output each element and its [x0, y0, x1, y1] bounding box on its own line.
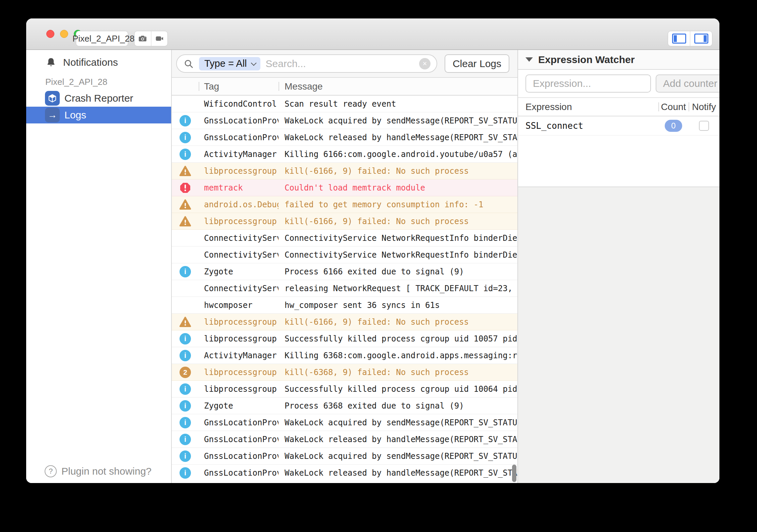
- search-box[interactable]: Type = All ×: [176, 54, 437, 73]
- log-message: Process 6368 exited due to signal (9): [279, 397, 517, 414]
- log-message: WakeLock acquired by sendMessage(REPORT_…: [279, 112, 517, 129]
- log-tag: GnssLocationProvider: [199, 431, 279, 447]
- log-rows: WificondControlScan result ready eventiG…: [172, 96, 517, 483]
- pane-toggle-group: [668, 31, 712, 46]
- filter-chip-type[interactable]: Type = All: [199, 57, 260, 70]
- log-row[interactable]: iGnssLocationProviderWakeLock released b…: [172, 431, 517, 448]
- notify-checkbox[interactable]: [699, 121, 709, 131]
- screen-record-button[interactable]: [151, 31, 168, 46]
- minimize-button[interactable]: [60, 30, 68, 38]
- log-tag: Zygote: [199, 263, 279, 280]
- log-row[interactable]: libprocessgroupkill(-6166, 9) failed: No…: [172, 163, 517, 179]
- count-badge: 0: [665, 120, 682, 132]
- log-row[interactable]: iZygoteProcess 6166 exited due to signal…: [172, 263, 517, 280]
- log-row[interactable]: libprocessgroupkill(-6166, 9) failed: No…: [172, 213, 517, 230]
- log-row[interactable]: ConnectivityServiceConnectivityService N…: [172, 247, 517, 263]
- log-message: Successfully killed process cgroup uid 1…: [279, 381, 517, 397]
- log-tag: libprocessgroup: [199, 314, 279, 330]
- log-row[interactable]: iGnssLocationProviderWakeLock released b…: [172, 129, 517, 146]
- info-icon: i: [172, 397, 199, 414]
- sidebar-item-logs[interactable]: → Logs: [26, 107, 171, 123]
- no-icon: [172, 96, 199, 112]
- toggle-left-sidebar-button[interactable]: [668, 31, 690, 46]
- log-message: WakeLock acquired by sendMessage(REPORT_…: [279, 414, 517, 431]
- toggle-right-sidebar-button[interactable]: [690, 31, 712, 46]
- log-row[interactable]: iGnssLocationProviderWakeLock released b…: [172, 465, 517, 481]
- close-button[interactable]: [46, 30, 54, 38]
- watcher-row[interactable]: SSL_connect 0: [518, 116, 719, 136]
- left-pane-toggle-icon: [672, 34, 686, 44]
- info-icon: i: [172, 448, 199, 464]
- camera-icon: [138, 34, 147, 43]
- log-row[interactable]: iGnssLocationProviderWakeLock acquired b…: [172, 112, 517, 129]
- log-row[interactable]: android.os.Debugfailed to get memory con…: [172, 196, 517, 213]
- vertical-scrollbar-thumb[interactable]: [512, 465, 516, 482]
- log-tag: GnssLocationProvider: [199, 112, 279, 129]
- log-message: Scan result ready event: [279, 96, 517, 112]
- watcher-empty-area: [518, 136, 719, 187]
- expression-input[interactable]: [525, 74, 651, 93]
- warning-icon: [172, 163, 199, 179]
- sidebar-item-crash-reporter[interactable]: Crash Reporter: [26, 90, 171, 107]
- log-row[interactable]: ConnectivityServicereleasing NetworkRequ…: [172, 280, 517, 297]
- device-name: Pixel_2_API_28: [72, 34, 135, 44]
- right-pane-toggle-icon: [694, 34, 708, 44]
- log-tag: ConnectivityService: [199, 280, 279, 297]
- log-message: failed to get memory consumption info: -…: [279, 196, 517, 213]
- watcher-input-row: Add counter: [518, 70, 719, 98]
- info-icon: i: [172, 465, 199, 481]
- info-icon: i: [172, 129, 199, 146]
- log-row[interactable]: ilibprocessgroupSuccessfully killed proc…: [172, 330, 517, 347]
- log-tag: ActivityManager: [199, 146, 279, 162]
- warning-icon: [172, 314, 199, 330]
- log-tag: hwcomposer: [199, 297, 279, 313]
- log-row[interactable]: ilibprocessgroupSuccessfully killed proc…: [172, 381, 517, 397]
- screenshot-button[interactable]: [135, 31, 151, 46]
- no-icon: [172, 297, 199, 313]
- collapse-triangle-icon: [525, 57, 533, 62]
- add-counter-button[interactable]: Add counter: [656, 74, 719, 93]
- device-selector-button[interactable]: Pixel_2_API_28: [76, 31, 128, 46]
- log-row[interactable]: libprocessgroupkill(-6166, 9) failed: No…: [172, 314, 517, 330]
- sidebar-item-notifications[interactable]: Notifications: [26, 54, 171, 71]
- repeat-count-badge: 2: [172, 364, 199, 380]
- plugin-help-link[interactable]: ? Plugin not showing?: [26, 460, 171, 483]
- info-icon: i: [172, 330, 199, 347]
- log-row[interactable]: memtrackCouldn't load memtrack module: [172, 179, 517, 196]
- no-icon: [172, 230, 199, 246]
- log-tag: Zygote: [199, 397, 279, 414]
- notify-column-header: Notify: [689, 98, 719, 116]
- log-row[interactable]: iGnssLocationProviderWakeLock acquired b…: [172, 414, 517, 431]
- log-message: WakeLock released by handleMessage(REPOR…: [279, 129, 517, 146]
- watcher-header[interactable]: Expression Watcher: [518, 50, 719, 70]
- log-message: WakeLock acquired by sendMessage(REPORT_…: [279, 448, 517, 464]
- filter-chip-label: Type = All: [204, 58, 247, 69]
- log-row[interactable]: ConnectivityServiceConnectivityService N…: [172, 230, 517, 247]
- log-row[interactable]: WificondControlScan result ready event: [172, 96, 517, 112]
- log-row[interactable]: 2libprocessgroupkill(-6368, 9) failed: N…: [172, 364, 517, 381]
- log-row[interactable]: hwcomposerhw_composer sent 36 syncs in 6…: [172, 297, 517, 314]
- info-icon: i: [172, 263, 199, 280]
- clear-search-icon[interactable]: ×: [419, 58, 431, 69]
- log-message: Killing 6166:com.google.android.youtube/…: [279, 146, 517, 162]
- tag-column-header: Tag: [199, 78, 279, 95]
- info-icon: i: [172, 112, 199, 129]
- log-row[interactable]: iGnssLocationProviderWakeLock acquired b…: [172, 448, 517, 465]
- log-row[interactable]: iActivityManagerKilling 6368:com.google.…: [172, 347, 517, 364]
- log-message: kill(-6368, 9) failed: No such process: [279, 364, 517, 380]
- log-message: ConnectivityService NetworkRequestInfo b…: [279, 230, 517, 246]
- log-tag: libprocessgroup: [199, 213, 279, 229]
- expression-column-header: Expression: [518, 102, 658, 112]
- clear-logs-button[interactable]: Clear Logs: [445, 54, 509, 73]
- device-section-label: Pixel_2_API_28: [26, 77, 171, 87]
- info-icon: i: [172, 381, 199, 397]
- chevron-down-icon: [251, 60, 256, 66]
- info-icon: i: [172, 431, 199, 447]
- plugin-sidebar: Notifications Pixel_2_API_28 Crash Repor…: [26, 50, 172, 483]
- log-row[interactable]: iActivityManagerKilling 6166:com.google.…: [172, 146, 517, 163]
- log-table-header: Tag Message: [172, 78, 517, 96]
- log-message: kill(-6166, 9) failed: No such process: [279, 213, 517, 229]
- watcher-table-header: Expression Count Notify: [518, 98, 719, 116]
- log-row[interactable]: iZygoteProcess 6368 exited due to signal…: [172, 397, 517, 414]
- search-input[interactable]: [266, 58, 414, 69]
